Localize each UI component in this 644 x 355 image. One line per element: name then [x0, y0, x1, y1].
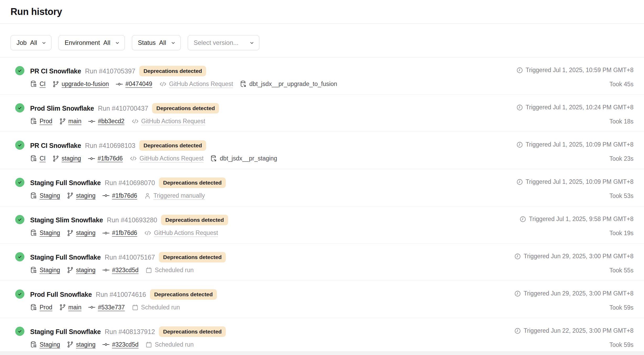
environment-link[interactable]: Prod — [40, 118, 52, 125]
commit-link[interactable]: #1fb76d6 — [112, 192, 137, 199]
git-commit-icon — [88, 155, 95, 162]
run-commit[interactable]: #323cd5d — [102, 266, 138, 274]
git-commit-icon — [102, 192, 110, 199]
run-environment[interactable]: Prod — [30, 304, 52, 311]
run-triggered-time: Triggered Jun 22, 2025, 3:00 PM GMT+8 — [514, 327, 634, 334]
run-job-name[interactable]: Staging Full Snowflake — [30, 179, 101, 187]
deprecations-badge: Deprecations detected — [159, 252, 226, 262]
run-duration: Took 55s — [609, 267, 634, 274]
status-filter-dropdown[interactable]: Status All — [132, 35, 181, 50]
chevron-down-icon — [171, 40, 176, 45]
trigger-source-label[interactable]: Triggered manually — [153, 192, 205, 199]
environment-database-icon — [30, 267, 37, 274]
run-branch[interactable]: staging — [67, 341, 95, 348]
git-branch-icon — [67, 230, 74, 236]
run-environment[interactable]: Prod — [30, 118, 52, 125]
run-commit[interactable]: #bb3ecd2 — [88, 118, 124, 125]
environment-link[interactable]: Staging — [40, 229, 60, 236]
environment-link[interactable]: Staging — [40, 192, 60, 199]
bottom-scroll-strip — [0, 352, 644, 355]
environment-link[interactable]: CI — [40, 80, 46, 88]
run-environment[interactable]: Staging — [30, 267, 60, 274]
branch-link[interactable]: staging — [76, 229, 95, 236]
run-commit[interactable]: #1fb76d6 — [102, 229, 137, 237]
run-branch[interactable]: staging — [52, 155, 81, 162]
trigger-source-label[interactable]: Scheduled run — [155, 267, 194, 274]
branch-link[interactable]: staging — [76, 192, 95, 199]
run-job-name[interactable]: PR CI Snowflake — [30, 67, 81, 75]
run-branch[interactable]: upgrade-to-fusion — [52, 80, 109, 88]
commit-link[interactable]: #323cd5d — [112, 341, 138, 348]
run-branch[interactable]: main — [59, 118, 82, 125]
run-row[interactable]: PR CI Snowflake Run #410698103 Deprecati… — [0, 132, 644, 169]
commit-link[interactable]: #533e737 — [98, 304, 125, 311]
clock-icon — [516, 104, 523, 111]
deprecations-badge: Deprecations detected — [139, 140, 206, 151]
run-environment[interactable]: Staging — [30, 229, 60, 236]
commit-link[interactable]: #1fb76d6 — [112, 229, 137, 236]
run-number: Run #410074616 — [96, 291, 146, 298]
run-job-name[interactable]: Prod Slim Snowflake — [30, 105, 94, 112]
trigger-source-label[interactable]: Scheduled run — [155, 341, 194, 348]
commit-link[interactable]: #323cd5d — [112, 267, 138, 274]
branch-link[interactable]: upgrade-to-fusion — [62, 80, 109, 88]
branch-link[interactable]: staging — [76, 267, 95, 274]
run-commit[interactable]: #533e737 — [88, 304, 125, 311]
run-job-name[interactable]: Prod Full Snowflake — [30, 291, 92, 298]
dbt-job-database-icon — [210, 155, 217, 162]
environment-link[interactable]: CI — [40, 155, 46, 162]
run-environment[interactable]: CI — [30, 155, 46, 162]
git-branch-icon — [67, 267, 74, 273]
run-row[interactable]: Staging Full Snowflake Run #410075167 De… — [0, 244, 644, 281]
environment-database-icon — [30, 229, 37, 236]
trigger-source-label[interactable]: GitHub Actions Request — [169, 80, 233, 88]
commit-link[interactable]: #0474049 — [125, 80, 152, 88]
environment-database-icon — [30, 118, 37, 125]
branch-link[interactable]: staging — [62, 155, 81, 162]
run-commit[interactable]: #1fb76d6 — [102, 192, 137, 199]
environment-database-icon — [30, 192, 37, 199]
branch-link[interactable]: main — [68, 118, 82, 125]
trigger-source-label[interactable]: GitHub Actions Request — [154, 229, 218, 236]
run-branch[interactable]: staging — [67, 267, 95, 274]
version-filter-dropdown[interactable]: Select version... — [188, 35, 260, 50]
run-number: Run #408137912 — [105, 328, 155, 336]
run-environment[interactable]: Staging — [30, 341, 60, 348]
environment-filter-dropdown[interactable]: Environment All — [58, 35, 125, 50]
run-environment[interactable]: CI — [30, 80, 46, 88]
run-commit[interactable]: #1fb76d6 — [88, 155, 123, 162]
run-branch[interactable]: staging — [67, 192, 95, 199]
trigger-source-label[interactable]: Scheduled run — [141, 304, 180, 311]
run-commit[interactable]: #323cd5d — [102, 341, 138, 348]
run-branch[interactable]: main — [59, 304, 82, 311]
branch-link[interactable]: main — [68, 304, 82, 311]
run-environment[interactable]: Staging — [30, 192, 60, 199]
run-row[interactable]: Staging Full Snowflake Run #410698070 De… — [0, 169, 644, 206]
environment-link[interactable]: Staging — [40, 267, 60, 274]
run-job-name[interactable]: Staging Slim Snowflake — [30, 216, 103, 224]
job-filter-dropdown[interactable]: Job All — [10, 35, 51, 50]
branch-link[interactable]: staging — [76, 341, 95, 348]
run-row[interactable]: PR CI Snowflake Run #410705397 Deprecati… — [0, 57, 644, 95]
run-row[interactable]: Prod Full Snowflake Run #410074616 Depre… — [0, 281, 644, 318]
run-job-name[interactable]: Staging Full Snowflake — [30, 328, 101, 336]
commit-link[interactable]: #bb3ecd2 — [98, 118, 124, 125]
environment-database-icon — [30, 155, 37, 162]
run-branch[interactable]: staging — [67, 229, 95, 236]
trigger-source-label[interactable]: GitHub Actions Request — [141, 118, 205, 125]
job-tag-label: dbt_jsdx__pr_staging — [220, 155, 277, 162]
environment-link[interactable]: Prod — [40, 304, 52, 311]
run-row[interactable]: Prod Slim Snowflake Run #410700437 Depre… — [0, 95, 644, 132]
git-branch-icon — [59, 304, 66, 311]
run-job-name[interactable]: Staging Full Snowflake — [30, 254, 101, 261]
run-job-name[interactable]: PR CI Snowflake — [30, 142, 81, 149]
trigger-source-label[interactable]: GitHub Actions Request — [139, 155, 203, 162]
environment-filter-label: Environment — [65, 39, 100, 46]
environment-link[interactable]: Staging — [40, 341, 60, 348]
run-commit[interactable]: #0474049 — [116, 80, 152, 88]
run-row[interactable]: Staging Full Snowflake Run #408137912 De… — [0, 318, 644, 355]
run-duration: Took 53s — [609, 192, 634, 200]
run-row[interactable]: Staging Slim Snowflake Run #410693280 De… — [0, 206, 644, 244]
commit-link[interactable]: #1fb76d6 — [98, 155, 123, 162]
triggered-label: Triggered Jul 1, 2025, 10:09 PM GMT+8 — [526, 141, 634, 148]
